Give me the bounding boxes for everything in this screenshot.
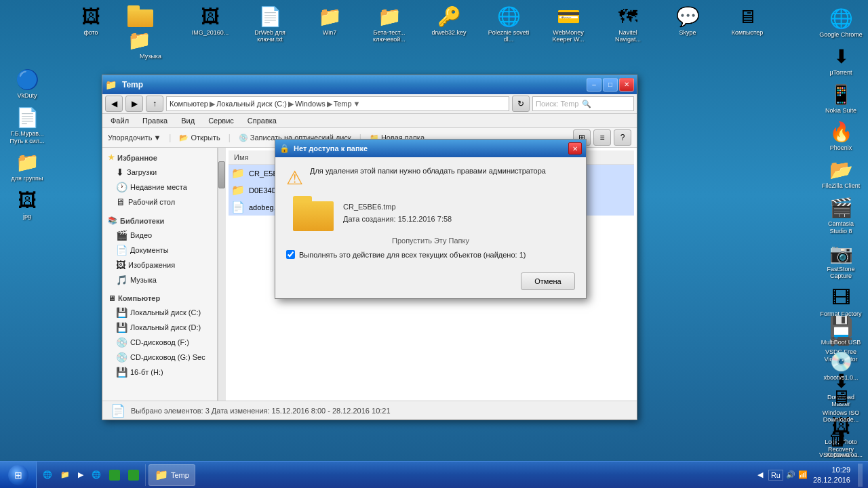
show-desktop-button[interactable]: [859, 464, 863, 487]
dialog-progress: Пропустить Эту Папку: [286, 237, 575, 245]
quicklaunch-ie[interactable]: 🌐: [39, 464, 56, 486]
warning-icon: ⚠: [286, 167, 303, 189]
language-indicator[interactable]: Ru: [768, 470, 783, 481]
dialog-no-access: 🔒 Нет доступа к папке ✕ ⚠ Для удаления э…: [275, 139, 587, 299]
system-tray: ◀ Ru 🔊 📶 10:29 28.12.2016: [752, 464, 868, 487]
apply-all-checkbox[interactable]: [286, 250, 295, 259]
chrome-taskbar-icon: 🌐: [92, 470, 101, 479]
quicklaunch-wmp[interactable]: ▶: [75, 464, 87, 486]
dialog-message: Для удаления этой папки нужно обладать п…: [310, 165, 546, 177]
start-orb: [8, 465, 28, 485]
cancel-button[interactable]: Отмена: [521, 272, 575, 290]
checkbox-label: Выполнять это действие для всех текущих …: [299, 251, 526, 259]
ie-icon: 🌐: [43, 470, 52, 479]
folder-date: Дата создания: 15.12.2016 7:58: [343, 214, 452, 226]
taskbar-item-explorer[interactable]: 📁 Temp: [149, 464, 195, 486]
progress-text: Пропустить Эту Папку: [392, 237, 469, 245]
clock[interactable]: 10:29 28.12.2016: [813, 465, 850, 485]
taskbar-explorer-icon: 📁: [155, 468, 168, 481]
volume-icon[interactable]: 🔊: [786, 470, 795, 479]
clock-time: 10:29: [813, 465, 850, 474]
quicklaunch-cisco1[interactable]: [106, 464, 123, 486]
big-folder-icon: [293, 196, 334, 231]
taskbar: 🌐 📁 ▶ 🌐 📁 Temp: [0, 461, 868, 488]
folder-info: CR_E5BE6.tmp Дата создания: 15.12.2016 7…: [343, 201, 452, 225]
wmp-icon: ▶: [78, 470, 83, 479]
cisco1-icon: [109, 470, 120, 481]
dialog-titlebar: 🔒 Нет доступа к папке ✕: [275, 140, 586, 157]
cisco2-icon: [128, 470, 139, 481]
dialog-buttons: Отмена: [275, 270, 586, 298]
folder-name: CR_E5BE6.tmp: [343, 201, 452, 214]
taskbar-item-label: Temp: [171, 471, 189, 479]
dialog-body: ⚠ Для удаления этой папки нужно обладать…: [275, 157, 586, 270]
dialog-title: Нет доступа к папке: [294, 144, 564, 152]
tray-icons: Ru 🔊 📶: [768, 470, 808, 481]
quicklaunch-chrome[interactable]: 🌐: [88, 464, 104, 486]
dialog-close-button[interactable]: ✕: [568, 142, 582, 155]
tray-expand-icon[interactable]: ◀: [757, 470, 763, 479]
quick-launch: 🌐 📁 ▶ 🌐: [37, 464, 146, 486]
dialog-overlay: 🔒 Нет доступа к папке ✕ ⚠ Для удаления э…: [0, 0, 868, 488]
quicklaunch-explorer[interactable]: 📁: [57, 464, 73, 486]
desktop: 🖼 фото 📁 Музыка 🖼 IMG_20160... 📄 DrWeb д…: [0, 0, 868, 488]
network-icon[interactable]: 📶: [798, 470, 808, 479]
dialog-warning-row: ⚠ Для удаления этой папки нужно обладать…: [286, 165, 575, 189]
quicklaunch-cisco2[interactable]: [125, 464, 142, 486]
dialog-checkbox-row: Выполнять это действие для всех текущих …: [286, 250, 575, 259]
clock-date: 28.12.2016: [813, 475, 850, 485]
explorer-icon: 📁: [60, 470, 70, 479]
start-button[interactable]: [0, 462, 37, 489]
taskbar-items: 📁 Temp: [146, 464, 752, 486]
dialog-folder-section: CR_E5BE6.tmp Дата создания: 15.12.2016 7…: [286, 196, 575, 231]
